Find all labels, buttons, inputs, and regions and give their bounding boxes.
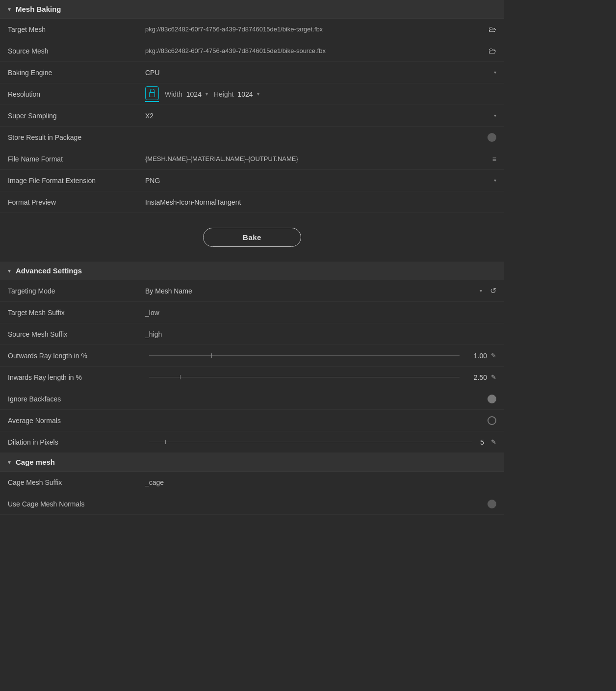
target-mesh-suffix-value: _low: [145, 309, 159, 317]
source-mesh-suffix-label: Source Mesh Suffix: [8, 330, 145, 338]
use-cage-mesh-normals-toggle[interactable]: [488, 500, 496, 508]
target-mesh-suffix-row: Target Mesh Suffix _low: [0, 302, 504, 323]
source-mesh-suffix-value: _high: [145, 330, 162, 338]
image-file-format-value: PNG: [145, 177, 160, 185]
image-file-format-label: Image File Format Extension: [8, 177, 145, 185]
targeting-mode-label: Targeting Mode: [8, 287, 145, 295]
store-result-value: [145, 133, 496, 142]
dilation-slider[interactable]: [149, 442, 472, 442]
target-mesh-folder-icon[interactable]: 🗁: [488, 25, 496, 34]
targeting-mode-dropdown[interactable]: By Mesh Name ▾ ↺: [145, 286, 496, 295]
ignore-backfaces-label: Ignore Backfaces: [8, 395, 145, 403]
cage-mesh-section: ▾ Cage mesh Cage Mesh Suffix _cage Use C…: [0, 453, 504, 515]
dilation-value: 5: [480, 438, 484, 446]
source-mesh-suffix-row: Source Mesh Suffix _high: [0, 323, 504, 345]
image-file-format-row: Image File Format Extension PNG ▾: [0, 170, 504, 191]
inwards-ray-row: Inwards Ray length in % 2.50 ✎: [0, 367, 504, 388]
advanced-settings-title: Advanced Settings: [16, 266, 82, 275]
cage-mesh-suffix-value-container: _cage: [145, 478, 496, 486]
advanced-settings-chevron-icon: ▾: [8, 267, 11, 274]
super-sampling-value: X2: [145, 112, 154, 120]
height-value[interactable]: 1024: [237, 90, 253, 98]
inwards-ray-slider[interactable]: [149, 377, 460, 377]
average-normals-value: [145, 416, 496, 425]
ignore-backfaces-toggle[interactable]: [488, 395, 496, 403]
file-name-format-row: File Name Format {MESH.NAME}-{MATERIAL.N…: [0, 148, 504, 170]
advanced-settings-section: ▾ Advanced Settings Targeting Mode By Me…: [0, 262, 504, 453]
outwards-ray-slider[interactable]: [149, 355, 460, 356]
targeting-mode-reset-icon[interactable]: ↺: [490, 286, 496, 295]
inwards-ray-value-container: 2.50 ✎: [145, 373, 496, 381]
bake-button[interactable]: Bake: [203, 228, 301, 247]
target-mesh-path: pkg://83c62482-60f7-4756-a439-7d8746015d…: [145, 26, 481, 33]
source-mesh-label: Source Mesh: [8, 47, 145, 55]
file-name-format-menu-icon[interactable]: ≡: [492, 155, 496, 163]
target-mesh-value-container: pkg://83c62482-60f7-4756-a439-7d8746015d…: [145, 25, 496, 34]
height-group: Height 1024 ▾: [214, 90, 259, 98]
targeting-mode-arrow-icon: ▾: [480, 288, 482, 293]
baking-engine-arrow-icon: ▾: [494, 70, 496, 75]
ignore-backfaces-value: [145, 395, 496, 403]
mesh-baking-section: ▾ Mesh Baking Target Mesh pkg://83c62482…: [0, 0, 504, 262]
cage-mesh-chevron-icon: ▾: [8, 459, 11, 466]
outwards-ray-edit-icon[interactable]: ✎: [491, 352, 496, 359]
dilation-row: Dilation in Pixels 5 ✎: [0, 431, 504, 453]
dilation-edit-icon[interactable]: ✎: [491, 438, 496, 446]
width-value[interactable]: 1024: [186, 90, 202, 98]
cage-mesh-header[interactable]: ▾ Cage mesh: [0, 453, 504, 472]
store-result-row: Store Result in Package: [0, 127, 504, 148]
dilation-label: Dilation in Pixels: [8, 438, 145, 446]
super-sampling-dropdown[interactable]: X2 ▾: [145, 112, 496, 120]
cage-mesh-suffix-row: Cage Mesh Suffix _cage: [0, 472, 504, 493]
advanced-settings-header[interactable]: ▾ Advanced Settings: [0, 262, 504, 280]
resolution-row: Resolution Width 1024 ▾ Height 1024 ▾: [0, 83, 504, 105]
resolution-label: Resolution: [8, 90, 145, 98]
outwards-ray-slider-handle: [211, 353, 212, 358]
format-preview-value-container: InstaMesh-Icon-NormalTangent: [145, 198, 496, 206]
super-sampling-row: Super Sampling X2 ▾: [0, 105, 504, 127]
image-file-format-dropdown[interactable]: PNG ▾: [145, 177, 496, 185]
bake-container: Bake: [0, 213, 504, 262]
use-cage-mesh-normals-label: Use Cage Mesh Normals: [8, 500, 145, 508]
lock-button[interactable]: [145, 86, 159, 102]
target-mesh-suffix-value-container: _low: [145, 309, 496, 317]
inwards-ray-label: Inwards Ray length in %: [8, 373, 145, 381]
width-label: Width: [165, 90, 182, 98]
store-result-label: Store Result in Package: [8, 133, 145, 141]
source-mesh-path: pkg://83c62482-60f7-4756-a439-7d8746015d…: [145, 47, 481, 54]
resolution-controls: Width 1024 ▾ Height 1024 ▾: [145, 86, 496, 102]
use-cage-mesh-normals-row: Use Cage Mesh Normals: [0, 493, 504, 515]
inwards-ray-edit-icon[interactable]: ✎: [491, 373, 496, 381]
width-dropdown-icon: ▾: [205, 91, 208, 97]
mesh-baking-title: Mesh Baking: [16, 5, 61, 13]
target-mesh-suffix-label: Target Mesh Suffix: [8, 309, 145, 317]
target-mesh-label: Target Mesh: [8, 26, 145, 33]
format-preview-label: Format Preview: [8, 198, 145, 206]
baking-engine-label: Baking Engine: [8, 69, 145, 77]
targeting-mode-row: Targeting Mode By Mesh Name ▾ ↺: [0, 280, 504, 302]
source-mesh-suffix-value-container: _high: [145, 330, 496, 338]
targeting-mode-value-container: By Mesh Name ▾ ↺: [145, 286, 496, 295]
source-mesh-folder-icon[interactable]: 🗁: [488, 47, 496, 55]
file-name-format-label: File Name Format: [8, 155, 145, 163]
image-file-format-arrow-icon: ▾: [494, 178, 496, 183]
width-group: Width 1024 ▾: [165, 90, 208, 98]
height-dropdown-icon: ▾: [257, 91, 259, 97]
chevron-down-icon: ▾: [8, 6, 11, 13]
super-sampling-arrow-icon: ▾: [494, 113, 496, 118]
outwards-ray-label: Outwards Ray length in %: [8, 352, 145, 360]
outwards-ray-value-container: 1.00 ✎: [145, 352, 496, 360]
baking-engine-dropdown[interactable]: CPU ▾: [145, 69, 496, 77]
mesh-baking-header[interactable]: ▾ Mesh Baking: [0, 0, 504, 19]
source-mesh-value-container: pkg://83c62482-60f7-4756-a439-7d8746015d…: [145, 47, 496, 55]
average-normals-toggle[interactable]: [488, 416, 496, 425]
cage-mesh-title: Cage mesh: [16, 458, 55, 466]
outwards-ray-value: 1.00: [467, 352, 487, 360]
average-normals-label: Average Normals: [8, 417, 145, 425]
cage-mesh-suffix-value: _cage: [145, 478, 164, 486]
resolution-container: Width 1024 ▾ Height 1024 ▾: [145, 86, 496, 102]
format-preview-row: Format Preview InstaMesh-Icon-NormalTang…: [0, 191, 504, 213]
store-result-toggle[interactable]: [488, 133, 496, 142]
baking-engine-row: Baking Engine CPU ▾: [0, 62, 504, 83]
baking-engine-value: CPU: [145, 69, 160, 77]
